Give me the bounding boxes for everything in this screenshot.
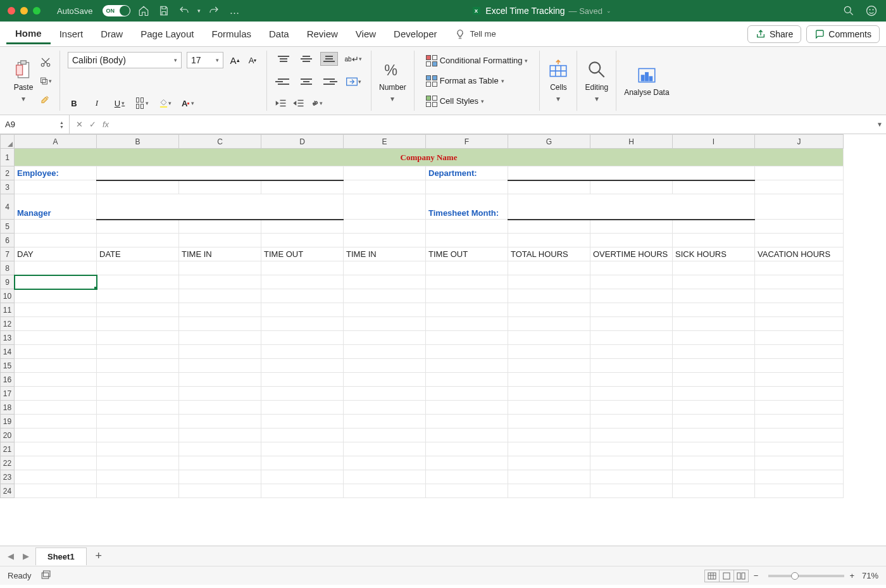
row-header[interactable]: 23 bbox=[1, 470, 15, 484]
row-header[interactable]: 20 bbox=[1, 428, 15, 442]
cell[interactable] bbox=[426, 470, 508, 484]
column-header-cell[interactable]: TOTAL HOURS bbox=[508, 247, 590, 261]
view-page-layout-button[interactable] bbox=[719, 570, 734, 582]
cell[interactable] bbox=[261, 470, 344, 484]
cell[interactable] bbox=[673, 428, 755, 442]
cell[interactable] bbox=[426, 373, 508, 387]
cell[interactable] bbox=[97, 470, 179, 484]
orientation-button[interactable]: ab▾ bbox=[310, 97, 323, 109]
cell[interactable] bbox=[755, 220, 844, 234]
format-painter-button[interactable] bbox=[39, 94, 52, 106]
row-header[interactable]: 9 bbox=[1, 275, 15, 289]
home-icon[interactable] bbox=[137, 4, 151, 18]
cell[interactable] bbox=[673, 442, 755, 456]
cell[interactable] bbox=[508, 234, 590, 247]
cell[interactable] bbox=[15, 484, 97, 498]
zoom-slider[interactable] bbox=[768, 575, 844, 577]
italic-button[interactable]: I bbox=[90, 97, 103, 109]
tab-insert[interactable]: Insert bbox=[51, 25, 92, 43]
cell[interactable] bbox=[590, 289, 673, 303]
cell[interactable] bbox=[261, 345, 344, 359]
analyse-data-button[interactable]: Analyse Data bbox=[624, 65, 669, 97]
cell-styles-button[interactable]: Cell Styles▾ bbox=[422, 94, 532, 109]
cell[interactable] bbox=[426, 303, 508, 317]
cell[interactable] bbox=[15, 317, 97, 331]
cell[interactable] bbox=[755, 166, 844, 180]
cell[interactable] bbox=[344, 428, 426, 442]
cell[interactable] bbox=[755, 359, 844, 373]
search-icon[interactable] bbox=[842, 4, 856, 18]
cell[interactable] bbox=[261, 275, 344, 289]
cell[interactable] bbox=[179, 234, 261, 247]
cell[interactable] bbox=[755, 180, 844, 194]
align-center-button[interactable] bbox=[297, 75, 315, 89]
cell[interactable] bbox=[755, 387, 844, 401]
sheet-nav-prev[interactable]: ◀ bbox=[5, 551, 16, 562]
cell[interactable] bbox=[344, 289, 426, 303]
cell[interactable] bbox=[508, 331, 590, 345]
tab-data[interactable]: Data bbox=[260, 25, 298, 43]
cell[interactable] bbox=[97, 275, 179, 289]
cell[interactable] bbox=[261, 303, 344, 317]
row-header[interactable]: 18 bbox=[1, 401, 15, 415]
cell[interactable] bbox=[15, 180, 97, 194]
column-header-cell[interactable]: VACATION HOURS bbox=[755, 247, 844, 261]
cell[interactable] bbox=[15, 234, 97, 247]
timesheet-month-input-cell[interactable] bbox=[508, 194, 755, 220]
expand-formula-bar[interactable]: ▼ bbox=[873, 121, 886, 128]
align-middle-button[interactable] bbox=[297, 52, 315, 66]
cell[interactable] bbox=[755, 470, 844, 484]
row-header[interactable]: 1 bbox=[1, 149, 15, 166]
cell[interactable] bbox=[179, 484, 261, 498]
minimize-window[interactable] bbox=[20, 7, 28, 15]
cell[interactable] bbox=[97, 415, 179, 428]
cell[interactable] bbox=[590, 359, 673, 373]
cell[interactable] bbox=[673, 234, 755, 247]
cell[interactable] bbox=[426, 415, 508, 428]
manager-label-cell[interactable]: Manager bbox=[15, 194, 97, 220]
autosave-toggle[interactable]: ON bbox=[103, 5, 130, 16]
merge-button[interactable]: ▾ bbox=[343, 75, 363, 88]
cell[interactable] bbox=[508, 484, 590, 498]
cell[interactable] bbox=[179, 303, 261, 317]
view-normal-button[interactable] bbox=[704, 570, 720, 582]
cell[interactable] bbox=[508, 180, 590, 194]
cell[interactable] bbox=[344, 456, 426, 470]
cell[interactable] bbox=[590, 331, 673, 345]
cell[interactable] bbox=[344, 220, 426, 234]
row-header[interactable]: 14 bbox=[1, 345, 15, 359]
cell[interactable] bbox=[755, 331, 844, 345]
cell[interactable] bbox=[590, 387, 673, 401]
cell[interactable] bbox=[179, 275, 261, 289]
cell[interactable] bbox=[755, 373, 844, 387]
cell[interactable] bbox=[673, 331, 755, 345]
cell[interactable] bbox=[426, 484, 508, 498]
cell[interactable] bbox=[261, 428, 344, 442]
cell[interactable] bbox=[426, 387, 508, 401]
fx-icon[interactable]: fx bbox=[103, 120, 109, 129]
align-bottom-button[interactable] bbox=[320, 52, 338, 66]
timesheet-month-label-cell[interactable]: Timesheet Month: bbox=[426, 194, 508, 220]
column-header-cell[interactable]: TIME IN bbox=[344, 247, 426, 261]
department-input-cell[interactable] bbox=[508, 166, 755, 180]
row-header[interactable]: 19 bbox=[1, 415, 15, 428]
column-header-cell[interactable]: TIME OUT bbox=[426, 247, 508, 261]
cell[interactable] bbox=[97, 220, 179, 234]
cell[interactable] bbox=[755, 484, 844, 498]
row-header[interactable]: 16 bbox=[1, 373, 15, 387]
cell[interactable] bbox=[755, 234, 844, 247]
cell[interactable] bbox=[179, 220, 261, 234]
cell[interactable] bbox=[590, 373, 673, 387]
row-header[interactable]: 2 bbox=[1, 166, 15, 180]
cell[interactable] bbox=[755, 345, 844, 359]
cell[interactable] bbox=[508, 261, 590, 275]
col-header[interactable]: C bbox=[179, 135, 261, 149]
cell[interactable] bbox=[508, 401, 590, 415]
cell[interactable] bbox=[590, 442, 673, 456]
cell[interactable] bbox=[344, 415, 426, 428]
cell[interactable] bbox=[508, 220, 590, 234]
cell[interactable] bbox=[426, 345, 508, 359]
cell[interactable] bbox=[179, 317, 261, 331]
cell[interactable] bbox=[673, 484, 755, 498]
row-header[interactable]: 17 bbox=[1, 387, 15, 401]
